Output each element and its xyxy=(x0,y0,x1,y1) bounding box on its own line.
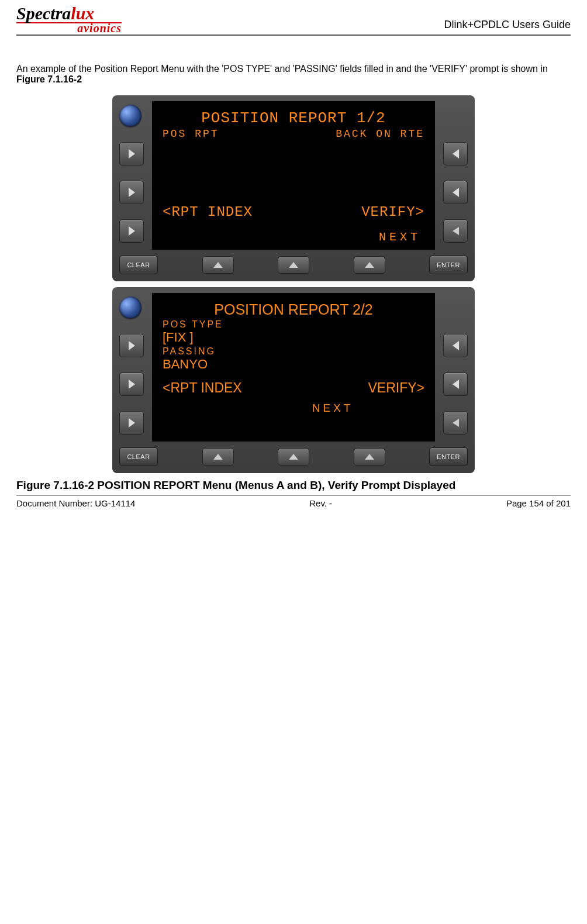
scr1-tr: BACK ON RTE xyxy=(336,128,424,140)
doc-title: Dlink+CPDLC Users Guide xyxy=(444,19,571,33)
scr2-verify: VERIFY> xyxy=(368,380,424,396)
lsk2-l3[interactable] xyxy=(119,373,144,396)
scr2-rpt-index: <RPT INDEX xyxy=(163,380,242,396)
figure-caption: Figure 7.1.16-2 POSITION REPORT Menu (Me… xyxy=(16,479,571,492)
para-text: An example of the Position Report Menu w… xyxy=(16,64,548,74)
doc-number: Document Number: UG-14114 xyxy=(16,498,135,508)
enter-button-2[interactable]: ENTER xyxy=(429,447,468,466)
scr1-title: POSITION REPORT 1/2 xyxy=(163,109,424,127)
doc-rev: Rev. - xyxy=(309,498,332,508)
clear-button-2[interactable]: CLEAR xyxy=(119,447,158,466)
knob-icon-2[interactable] xyxy=(119,296,141,319)
lsk2-r4[interactable] xyxy=(443,411,468,435)
cdu-screen-2: POSITION REPORT 2/2 POS TYPE [FIX ] PASS… xyxy=(152,293,435,442)
para-bold: Figure 7.1.16-2 xyxy=(16,74,82,84)
up-button-3[interactable] xyxy=(354,256,385,274)
page-footer: Document Number: UG-14114 Rev. - Page 15… xyxy=(16,498,571,508)
logo-subtext: avionics xyxy=(16,23,122,33)
up-button-2[interactable] xyxy=(278,256,309,274)
logo: Spectralux avionics xyxy=(16,6,122,33)
lsk-r4[interactable] xyxy=(443,219,468,243)
lsk2-r3[interactable] xyxy=(443,373,468,396)
up-button-b1[interactable] xyxy=(202,448,234,466)
scr2-lbl1: POS TYPE xyxy=(163,319,424,330)
scr1-rpt-index: <RPT INDEX xyxy=(163,204,253,220)
scr2-next: NEXT xyxy=(163,402,424,415)
page-header: Spectralux avionics Dlink+CPDLC Users Gu… xyxy=(16,6,571,36)
lsk-r3[interactable] xyxy=(443,181,468,204)
lsk2-l4[interactable] xyxy=(119,411,144,435)
scr1-next: NEXT xyxy=(163,230,424,244)
device-panel-2: POSITION REPORT 2/2 POS TYPE [FIX ] PASS… xyxy=(112,287,475,473)
clear-button[interactable]: CLEAR xyxy=(119,256,158,274)
lsk-r2[interactable] xyxy=(443,142,468,166)
lsk-l2[interactable] xyxy=(119,142,144,166)
logo-text-2: lux xyxy=(71,4,94,23)
scr2-title: POSITION REPORT 2/2 xyxy=(163,301,424,318)
up-button-1[interactable] xyxy=(202,256,234,274)
device-panel-1: POSITION REPORT 1/2 POS RPT BACK ON RTE … xyxy=(112,95,475,281)
scr2-val1: [FIX ] xyxy=(163,330,424,345)
lsk2-r2[interactable] xyxy=(443,334,468,357)
scr1-verify: VERIFY> xyxy=(361,204,424,220)
logo-text-1: Spectra xyxy=(16,4,71,23)
example-para: An example of the Position Report Menu w… xyxy=(16,64,571,85)
page-number: Page 154 of 201 xyxy=(506,498,571,508)
scr2-val2: BANYO xyxy=(163,357,424,372)
lsk-l3[interactable] xyxy=(119,181,144,204)
knob-icon[interactable] xyxy=(119,105,141,127)
lsk2-l2[interactable] xyxy=(119,334,144,357)
scr1-tl: POS RPT xyxy=(163,128,219,140)
scr2-lbl2: PASSING xyxy=(163,346,424,357)
lsk-l4[interactable] xyxy=(119,219,144,243)
cdu-screen-1: POSITION REPORT 1/2 POS RPT BACK ON RTE … xyxy=(152,101,435,250)
up-button-b2[interactable] xyxy=(278,448,309,466)
enter-button[interactable]: ENTER xyxy=(429,256,468,274)
up-button-b3[interactable] xyxy=(354,448,385,466)
